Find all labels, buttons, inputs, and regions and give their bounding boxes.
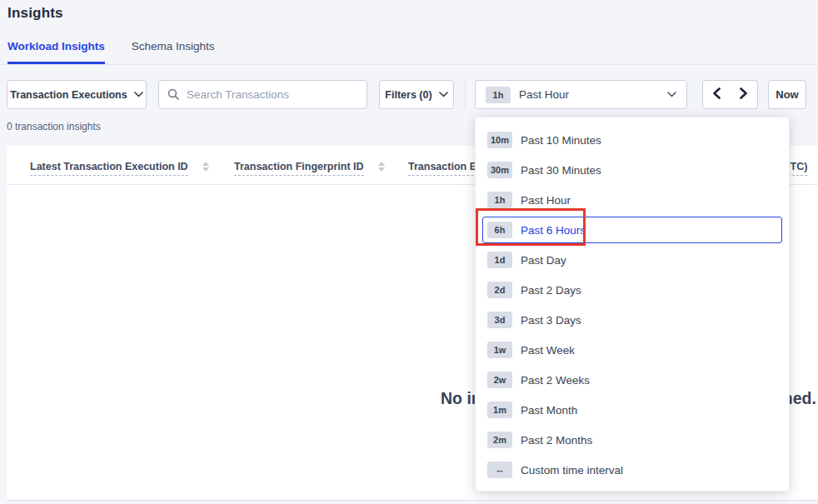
now-button[interactable]: Now — [768, 80, 806, 109]
tab-schema-insights[interactable]: Schema Insights — [132, 40, 215, 64]
insights-count: 0 transaction insights — [7, 121, 101, 132]
interval-badge: 1h — [487, 192, 512, 208]
dropdown-item-past-2-months[interactable]: 2m Past 2 Months — [482, 425, 782, 455]
search-box — [158, 80, 367, 109]
dropdown-item-past-2-weeks[interactable]: 2w Past 2 Weeks — [482, 365, 782, 395]
search-icon — [167, 88, 180, 101]
chevron-left-icon — [712, 87, 721, 102]
interval-label: Past Hour — [519, 88, 569, 101]
insights-page: Insights Workload Insights Schema Insigh… — [0, 0, 818, 504]
chevron-down-icon — [134, 92, 143, 97]
dropdown-item-past-30-minutes[interactable]: 30m Past 30 Minutes — [482, 155, 782, 185]
interval-badge: 2d — [487, 282, 512, 298]
tab-workload-insights[interactable]: Workload Insights — [7, 40, 105, 64]
sort-icon[interactable] — [202, 162, 209, 172]
dropdown-item-past-2-days[interactable]: 2d Past 2 Days — [482, 275, 782, 305]
dropdown-item-past-3-days[interactable]: 3d Past 3 Days — [482, 305, 782, 335]
column-header-latest-transaction-execution-id[interactable]: Latest Transaction Execution ID — [30, 161, 209, 176]
interval-badge: 3d — [487, 312, 512, 328]
page-header: Insights Workload Insights Schema Insigh… — [0, 0, 818, 65]
dropdown-item-past-day[interactable]: 1d Past Day — [482, 245, 782, 275]
interval-badge: 6h — [487, 222, 512, 238]
interval-badge: 1d — [487, 252, 512, 268]
dropdown-item-past-6-hours[interactable]: 6h Past 6 Hours — [482, 217, 782, 243]
time-interval-select[interactable]: 1h Past Hour — [475, 80, 687, 109]
dropdown-item-past-month[interactable]: 1m Past Month — [482, 395, 782, 425]
interval-badge: -- — [487, 462, 512, 478]
filters-label: Filters (0) — [385, 89, 431, 101]
transaction-type-label: Transaction Executions — [10, 89, 127, 101]
sort-icon[interactable] — [378, 162, 385, 172]
search-input[interactable] — [187, 88, 358, 101]
column-header-transaction-fingerprint-id[interactable]: Transaction Fingerprint ID — [234, 161, 385, 176]
time-interval-dropdown: 10m Past 10 Minutes 30m Past 30 Minutes … — [475, 117, 790, 492]
dropdown-item-custom-time-interval[interactable]: -- Custom time interval — [482, 455, 782, 485]
interval-badge: 30m — [487, 162, 512, 178]
interval-badge: 2w — [487, 372, 512, 388]
interval-badge: 2m — [487, 432, 512, 448]
previous-interval-button[interactable] — [702, 80, 731, 109]
chevron-down-icon — [667, 92, 676, 97]
tab-bar: Workload Insights Schema Insights — [7, 40, 215, 64]
chevron-right-icon — [739, 87, 748, 102]
chevron-down-icon — [439, 92, 448, 97]
transaction-type-select[interactable]: Transaction Executions — [7, 80, 147, 109]
page-title: Insights — [7, 5, 63, 22]
interval-badge: 1h — [486, 87, 511, 103]
dropdown-item-past-10-minutes[interactable]: 10m Past 10 Minutes — [482, 125, 782, 155]
toolbar-divider — [465, 80, 466, 109]
interval-badge: 1w — [487, 342, 512, 358]
interval-badge: 10m — [487, 132, 512, 148]
dropdown-item-past-week[interactable]: 1w Past Week — [482, 335, 782, 365]
filters-button[interactable]: Filters (0) — [379, 80, 454, 109]
next-interval-button[interactable] — [730, 80, 758, 109]
interval-badge: 1m — [487, 402, 512, 418]
dropdown-item-past-hour[interactable]: 1h Past Hour — [482, 185, 782, 215]
